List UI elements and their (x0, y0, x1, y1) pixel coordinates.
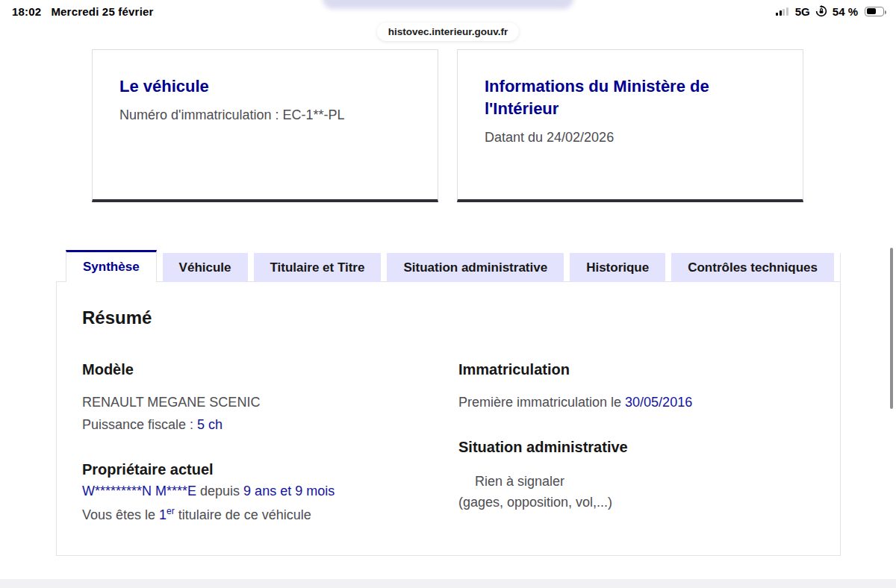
owner-name: W*********N M****E (82, 484, 196, 498)
tab-synthese[interactable]: Synthèse (66, 250, 157, 282)
panel-left-column: Modèle RENAULT MEGANE SCENIC Puissance f… (82, 359, 426, 524)
clock: 18:02 (12, 5, 41, 18)
fiscal-power-label: Puissance fiscale : (82, 417, 197, 432)
tab-kilometrage-clipped[interactable]: Kil (840, 253, 841, 282)
tab-situation-administrative[interactable]: Situation administrative (387, 253, 564, 282)
model-link[interactable]: RENAULT MEGANE SCENIC (82, 393, 426, 411)
tab-vehicule[interactable]: Véhicule (163, 253, 248, 282)
ministry-card-title: Informations du Ministère de l'Intérieur (485, 75, 776, 120)
situation-note: (gages, opposition, vol,...) (458, 493, 802, 511)
vehicle-card: Le véhicule Numéro d'immatriculation : E… (92, 49, 438, 202)
holder-prefix: Vous êtes le (82, 507, 159, 522)
tab-historique[interactable]: Historique (570, 253, 665, 282)
registration-number: Numéro d'immatriculation : EC-1**-PL (119, 107, 411, 123)
ministry-info-card: Informations du Ministère de l'Intérieur… (457, 49, 803, 202)
immatriculation-heading: Immatriculation (458, 359, 802, 380)
cellular-signal-icon (776, 7, 788, 16)
model-heading: Modèle (82, 359, 426, 380)
holder-line: Vous êtes le 1er titulaire de ce véhicul… (82, 502, 426, 524)
owner-line: W*********N M****E depuis 9 ans et 9 moi… (82, 482, 426, 500)
vehicle-card-title: Le véhicule (119, 75, 411, 98)
fiscal-power-line: Puissance fiscale : 5 ch (82, 416, 426, 434)
status-bar: 18:02 Mercredi 25 février 5G 54 % (0, 0, 896, 22)
orientation-lock-icon (815, 5, 827, 17)
owner-heading: Propriétaire actuel (82, 459, 426, 480)
panel-title: Résumé (82, 307, 152, 328)
owner-since-label: depuis (196, 484, 243, 498)
status-date: Mercredi 25 février (51, 5, 153, 18)
page-scrollbar[interactable] (890, 248, 893, 409)
situation-status-link[interactable]: Rien à signaler (458, 472, 802, 490)
report-date: Datant du 24/02/2026 (485, 130, 776, 146)
holder-suffix: titulaire de ce véhicule (175, 507, 311, 522)
panel-right-column: Immatriculation Première immatriculation… (458, 359, 802, 511)
holder-rank: 1er (159, 507, 175, 522)
owner-duration: 9 ans et 9 mois (243, 484, 335, 498)
situation-heading: Situation administrative (458, 437, 802, 457)
tab-titulaire-et-titre[interactable]: Titulaire et Titre (254, 253, 382, 282)
first-registration-line: Première immatriculation le 30/05/2016 (458, 393, 802, 411)
first-registration-label: Première immatriculation le (458, 395, 625, 410)
network-type: 5G (795, 5, 810, 18)
address-bar[interactable]: histovec.interieur.gouv.fr (377, 22, 519, 41)
battery-percent: 54 % (833, 5, 858, 18)
bottom-toolbar-peek (0, 579, 896, 588)
tab-controles-techniques[interactable]: Contrôles techniques (671, 253, 834, 282)
tab-bar: Synthèse Véhicule Titulaire et Titre Sit… (56, 250, 841, 282)
first-registration-date: 30/05/2016 (625, 395, 692, 410)
battery-icon (865, 7, 884, 16)
synthese-panel: Résumé Modèle RENAULT MEGANE SCENIC Puis… (56, 281, 841, 556)
fiscal-power-value: 5 ch (197, 417, 223, 432)
